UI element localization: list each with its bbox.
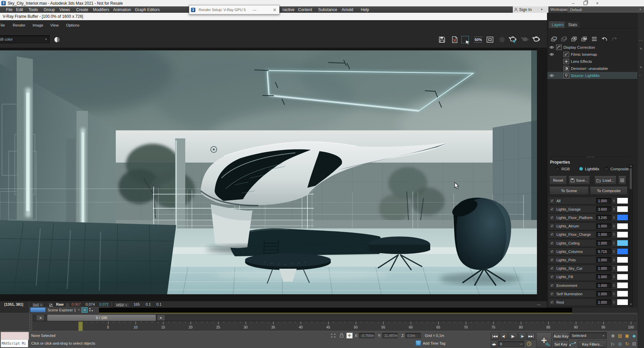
scene-explorer-icon[interactable] — [30, 307, 46, 312]
mode-radio-composite[interactable]: Composite — [604, 167, 629, 171]
menu-item-modifiers[interactable]: Modifiers — [93, 6, 109, 13]
to-scene-button[interactable]: To Scene — [549, 187, 589, 195]
to-composite-button[interactable]: To Composite — [590, 187, 628, 195]
track-bar-ruler[interactable]: 0510152025303540455055606570758085909510… — [33, 321, 637, 331]
orbit-icon[interactable]: ↻ — [624, 340, 631, 347]
light-checkbox[interactable]: ✓ — [550, 258, 554, 262]
channel-dropdown[interactable]: RGB color ▼ — [0, 35, 50, 43]
spinner-icon[interactable]: ▲▼ — [612, 266, 616, 271]
menu-item-animation[interactable]: Animation — [113, 6, 131, 13]
save-button[interactable]: Save... — [568, 176, 590, 185]
light-color-swatch[interactable] — [617, 265, 628, 272]
menu-item-edit[interactable]: Edit — [16, 6, 23, 13]
hsv-dropdown[interactable]: HSV▼ — [114, 302, 130, 308]
light-checkbox[interactable]: ✓ — [550, 207, 554, 212]
visibility-eye-icon[interactable] — [547, 74, 556, 77]
light-multiplier-field[interactable]: 1.000 — [596, 291, 611, 297]
light-multiplier-field[interactable]: 1.000 — [596, 299, 611, 305]
spinner-icon[interactable]: ▲▼ — [612, 274, 616, 280]
save-image-icon[interactable] — [437, 35, 447, 45]
light-checkbox[interactable]: ✓ — [550, 241, 554, 246]
spinner-icon[interactable]: ▲▼ — [612, 291, 616, 297]
light-color-swatch[interactable] — [617, 214, 628, 221]
display-toggle-icon[interactable]: ≡ — [82, 307, 88, 313]
spinner-icon[interactable]: ▲▼ — [612, 232, 616, 237]
menu-item-ractive[interactable]: ractive — [283, 6, 294, 13]
spinner-icon[interactable]: ▲▼ — [612, 249, 616, 254]
vfb-menu-view[interactable]: View — [50, 23, 59, 27]
sign-in-button[interactable]: Sign In ▼ — [513, 6, 548, 13]
scroll-up-icon[interactable]: ▲ — [630, 165, 632, 168]
current-frame-marker[interactable] — [78, 321, 83, 331]
menu-item-file[interactable]: File — [6, 6, 12, 13]
light-checkbox[interactable]: ✓ — [550, 249, 554, 254]
chevron-down-icon[interactable]: ▼ — [640, 66, 642, 69]
light-color-swatch[interactable] — [617, 291, 628, 297]
light-checkbox[interactable]: ✓ — [550, 292, 554, 296]
render-last-icon[interactable] — [532, 35, 541, 45]
spinner-icon[interactable]: ▲▼ — [612, 223, 616, 229]
prev-frame-button[interactable]: ◄ — [36, 315, 44, 321]
chevron-down-icon[interactable]: ▼ — [78, 309, 80, 311]
light-multiplier-field[interactable]: 1.000 — [596, 282, 611, 288]
vfb-menu-render[interactable]: Render — [13, 23, 26, 27]
selection-lock-icon[interactable] — [339, 333, 344, 338]
vfb-title-bar[interactable]: V-Ray Frame Buffer - [100.0% of 1600 x 7… — [0, 13, 596, 20]
key-step-toggle[interactable]: ◀▶ — [491, 340, 497, 348]
pan-icon[interactable]: ◎ — [616, 340, 624, 347]
mode-radio-lightmix[interactable]: LightMix — [579, 167, 599, 171]
light-checkbox[interactable]: ✓ — [550, 199, 554, 203]
key-filters-button[interactable]: Key Filters... — [578, 340, 607, 348]
zoom-all-icon[interactable]: ▤ — [616, 332, 624, 339]
spinner-icon[interactable]: ▲▼ — [612, 198, 616, 204]
visibility-eye-icon[interactable] — [547, 53, 556, 56]
zoom-icon[interactable]: ⊕ — [609, 332, 616, 339]
resize-grip-icon[interactable]: — — [537, 302, 541, 306]
menu-item-create[interactable]: Create — [76, 6, 88, 13]
light-multiplier-field[interactable]: 1.000 — [596, 198, 611, 204]
light-multiplier-field[interactable]: 3.245 — [596, 215, 611, 220]
render-interactive-icon[interactable] — [508, 35, 517, 45]
visibility-eye-icon[interactable] — [547, 46, 556, 49]
layer-options-icon[interactable] — [590, 35, 599, 43]
tree-item-lens-effects[interactable]: Lens Effects — [547, 58, 637, 65]
prev-key-button[interactable]: ◀| — [500, 332, 507, 340]
light-multiplier-field[interactable]: 5.715 — [596, 249, 611, 254]
light-multiplier-field[interactable]: 1.000 — [596, 240, 611, 246]
light-multiplier-field[interactable]: 1.000 — [596, 257, 611, 263]
render-setup-window[interactable]: 3 Render Setup: V-Ray GPU 5 — ✕ — [189, 5, 280, 14]
spinner-icon[interactable]: ▲▼ — [612, 215, 616, 220]
light-color-swatch[interactable] — [617, 240, 628, 246]
next-frame-button[interactable]: ► — [157, 315, 165, 321]
light-multiplier-field[interactable]: 1.000 — [596, 274, 611, 280]
delete-render-elements-icon[interactable] — [450, 35, 459, 45]
zoom-extents-icon[interactable]: ▣ — [624, 332, 631, 339]
go-end-button[interactable]: ▶▶| — [527, 332, 535, 340]
default-in-out-tangent-icon[interactable] — [569, 341, 576, 347]
maxscript-listener-field[interactable]: MAXScript Mi — [1, 339, 28, 347]
light-checkbox[interactable]: ✓ — [550, 266, 554, 271]
light-checkbox[interactable]: ✓ — [550, 215, 554, 220]
light-color-swatch[interactable] — [617, 206, 628, 212]
y-field[interactable]: 11,487m — [382, 333, 398, 338]
auto-key-button[interactable]: Auto Key — [553, 332, 569, 340]
menu-item-tools[interactable]: Tools — [29, 6, 38, 13]
light-color-swatch[interactable] — [617, 282, 628, 289]
srgb-toggle-icon[interactable] — [52, 35, 62, 45]
workspaces-dropdown[interactable]: Default ▼ — [568, 7, 644, 12]
load-button[interactable]: Load... — [594, 176, 616, 185]
next-key-button[interactable]: |▶ — [518, 332, 526, 340]
light-checkbox[interactable]: ✓ — [550, 274, 554, 279]
time-slider-handle[interactable]: 0 / 100 — [47, 314, 156, 321]
x-field[interactable]: -0.755m — [359, 333, 375, 338]
lightmix-menu-button[interactable] — [618, 176, 626, 185]
add-time-tag[interactable]: Add Time Tag — [423, 341, 445, 345]
load-layers-icon[interactable] — [580, 35, 589, 43]
undo-icon[interactable] — [600, 35, 609, 43]
tab-stats[interactable]: Stats — [565, 21, 581, 29]
tree-item-denoiser-unavailable[interactable]: Denoiser: unavailable — [547, 65, 637, 72]
hierarchy-icon[interactable] — [89, 308, 94, 312]
tab-layers[interactable]: Layers — [548, 21, 567, 29]
time-config-icon[interactable] — [526, 341, 532, 347]
go-start-button[interactable]: |◀◀ — [491, 332, 499, 340]
